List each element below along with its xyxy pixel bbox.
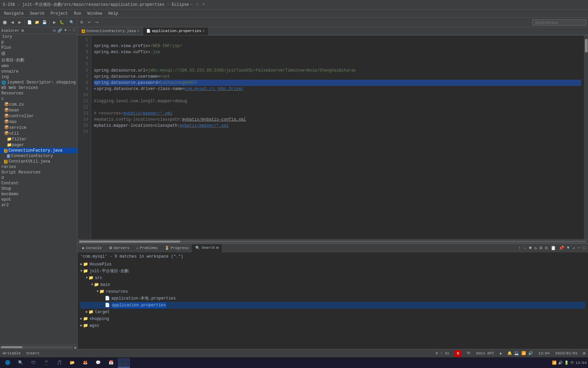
taskbar-app-folder[interactable]: 📂	[66, 358, 78, 368]
sidebar-item-raries[interactable]: raries	[0, 164, 77, 170]
toolbar-btn-run[interactable]: ▶	[51, 19, 58, 26]
sidebar-icon-menu[interactable]: ▼	[64, 28, 67, 33]
toolbar-btn-open[interactable]: 📁	[34, 19, 40, 26]
sidebar-icon-min[interactable]: ─	[68, 28, 72, 33]
tree-item-application-properties[interactable]: ▶ 📄 application.properties	[80, 302, 585, 309]
sidebar-item-p[interactable]: p	[0, 40, 77, 45]
sidebar-item-resources[interactable]: Resources	[0, 91, 77, 96]
maximize-button[interactable]: □	[195, 2, 200, 7]
toolbar-btn-search[interactable]: 🔍	[68, 19, 75, 26]
tree-arrow-wgsc[interactable]: ▶	[80, 323, 82, 329]
bottom-icon-pin[interactable]: 📌	[558, 245, 565, 251]
sidebar-icon-max[interactable]: □	[72, 28, 76, 33]
tree-arrow-target[interactable]: ▶	[86, 309, 88, 315]
code-content[interactable]: spring.mvc.view.prefix=/WEB-INF/jsp/ spr…	[91, 35, 584, 239]
sidebar-item-ar2[interactable]: ar2	[0, 202, 77, 208]
h-scrollbar-track[interactable]	[79, 241, 587, 243]
tab-application-close[interactable]: ×	[203, 29, 205, 33]
tab-connectionfactory-close[interactable]: ×	[137, 29, 139, 33]
tab-application-properties[interactable]: 📄 application.properties ×	[143, 28, 208, 35]
sidebar-item-dao[interactable]: 📦 dao	[0, 119, 77, 125]
toolbar-btn-save[interactable]: 💾	[41, 19, 48, 26]
editor-h-scrollbar[interactable]	[78, 239, 588, 243]
bottom-icon-down[interactable]: ↓	[523, 245, 527, 251]
taskbar-app-phone[interactable]: 📱	[40, 358, 52, 368]
sidebar-item-onnaire[interactable]: onnaire	[0, 69, 77, 74]
sidebar-icon-link[interactable]: 🔗	[57, 28, 63, 33]
tree-arrow-resources[interactable]: ▼	[97, 289, 99, 295]
toolbar-btn-1[interactable]: ⬤	[1, 19, 8, 26]
tree-item-applocal[interactable]: ▶ 📄 application-本地.properties	[80, 295, 585, 302]
sidebar-icon-collapse[interactable]: ⊟	[53, 28, 56, 33]
sidebar-item-plus[interactable]: Plus	[0, 45, 77, 50]
sidebar-item-pager[interactable]: 📁 pager	[0, 142, 77, 148]
tab-search-bottom[interactable]: 🔍 Search ⊠	[192, 244, 222, 252]
sidebar-item-emo[interactable]: emo	[0, 63, 77, 69]
taskbar-app-calendar[interactable]: 📅	[105, 358, 117, 368]
tab-servers[interactable]: 🖥 Servers	[105, 244, 133, 252]
tree-arrow-shopping[interactable]: ▶	[80, 316, 82, 322]
tree-item-jxlt[interactable]: ▼ 📁 jxlt-平台项目-勿删	[80, 268, 585, 275]
sidebar-item-service[interactable]: 📦 service	[0, 125, 77, 131]
toolbar-btn-3[interactable]: ▶	[16, 19, 23, 26]
tree-item-wgsc[interactable]: ▶ 📁 wgsc	[80, 322, 585, 329]
sidebar-item-d[interactable]: d	[0, 175, 77, 181]
sidebar-item-deployment[interactable]: 🌐loyment Descriptor: shopping	[0, 80, 77, 85]
sidebar-item-content[interactable]: Content	[0, 181, 77, 186]
bottom-icon-settings[interactable]: ▼	[566, 245, 571, 251]
sidebar-item-project[interactable]: 台项目-勿删	[0, 57, 77, 63]
sidebar-item-connectionfactory[interactable]: C ConnectionFactory	[0, 153, 77, 159]
sidebar-item-shop[interactable]: Shop	[0, 186, 77, 191]
sidebar-item-util[interactable]: 📦 util	[0, 131, 77, 136]
minimize-button[interactable]: ─	[189, 2, 194, 7]
editor-scrollbar-thumb[interactable]	[585, 39, 588, 52]
tree-item-main[interactable]: ▼ 📁 main	[80, 281, 585, 288]
sidebar-item-constantutil[interactable]: J ConstantUtil.java	[0, 159, 77, 164]
bottom-icon-open[interactable]: ↗	[571, 245, 576, 251]
menu-project[interactable]: Project	[48, 11, 70, 17]
sidebar-item-ing[interactable]: ing	[0, 74, 77, 80]
bottom-icon-up[interactable]: ↑	[517, 245, 522, 251]
tab-progress[interactable]: ⏳ Progress	[161, 244, 192, 252]
scroll-right-arrow[interactable]: ▶	[74, 345, 77, 349]
taskbar-app-firefox[interactable]: 🦊	[79, 358, 91, 368]
taskbar-app-eclipse[interactable]: 🌑	[118, 358, 130, 368]
toolbar-btn-new[interactable]: 📄	[26, 19, 33, 26]
sidebar-item-ws[interactable]: WS Web Services	[0, 85, 77, 91]
toolbar-btn-misc2[interactable]: ↩	[86, 19, 93, 26]
sidebar-item-ji[interactable]: 级	[0, 50, 77, 57]
taskbar-app-chrome[interactable]: 🌐	[1, 358, 14, 368]
sidebar-item-c[interactable]: c	[0, 96, 77, 102]
sidebar-item-bean[interactable]: 📦 bean	[0, 107, 77, 113]
tree-arrow-houseplus[interactable]: ▶	[80, 261, 82, 267]
menu-search[interactable]: Search	[27, 11, 47, 17]
tree-item-target[interactable]: ▶ 📁 target	[80, 309, 585, 316]
tab-console[interactable]: ▶ Console	[79, 244, 105, 252]
close-button[interactable]: ×	[201, 2, 206, 7]
bottom-icon-copy[interactable]: 📋	[550, 245, 557, 251]
quick-access-input[interactable]	[532, 19, 587, 26]
taskbar-app-music[interactable]: 🎵	[53, 358, 65, 368]
bottom-icon-refresh[interactable]: ↻	[533, 245, 538, 251]
sidebar-item-filter[interactable]: 📁 filter	[0, 136, 77, 142]
tree-item-src[interactable]: ▼ 📁 src	[80, 275, 585, 281]
bottom-icon-min[interactable]: ─	[576, 245, 581, 251]
tree-arrow-main[interactable]: ▼	[91, 282, 93, 288]
sidebar-item-connectionfactory-java[interactable]: J ConnectionFactory.java	[0, 148, 77, 153]
taskbar-app-chat[interactable]: 💬	[92, 358, 104, 368]
bottom-icon-stop[interactable]: ■	[528, 245, 533, 251]
tab-problems[interactable]: ⚠ Problems	[133, 244, 161, 252]
sidebar-item-mvcdemo[interactable]: mvcdemo	[0, 191, 77, 197]
sidebar-item-controller[interactable]: 📦 controller	[0, 113, 77, 119]
tree-item-houseplus[interactable]: ▶ 📁 HousePlus	[80, 261, 585, 268]
menu-navigate[interactable]: Navigate	[1, 11, 27, 17]
menu-run[interactable]: Run	[71, 11, 84, 17]
tree-item-shopping[interactable]: ▶ 📁 shopping	[80, 316, 585, 322]
menu-window[interactable]: Window	[85, 11, 105, 17]
tree-arrow-src[interactable]: ▼	[86, 275, 88, 281]
toolbar-btn-debug[interactable]: 🐛	[59, 19, 65, 26]
bottom-icon-collapse[interactable]: ⊟	[544, 245, 549, 251]
tree-item-resources-panel[interactable]: ▼ 📁 resources	[80, 288, 585, 295]
tree-arrow-jxlt[interactable]: ▼	[80, 268, 82, 274]
sidebar-item-scriptresources[interactable]: Script Resources	[0, 170, 77, 175]
